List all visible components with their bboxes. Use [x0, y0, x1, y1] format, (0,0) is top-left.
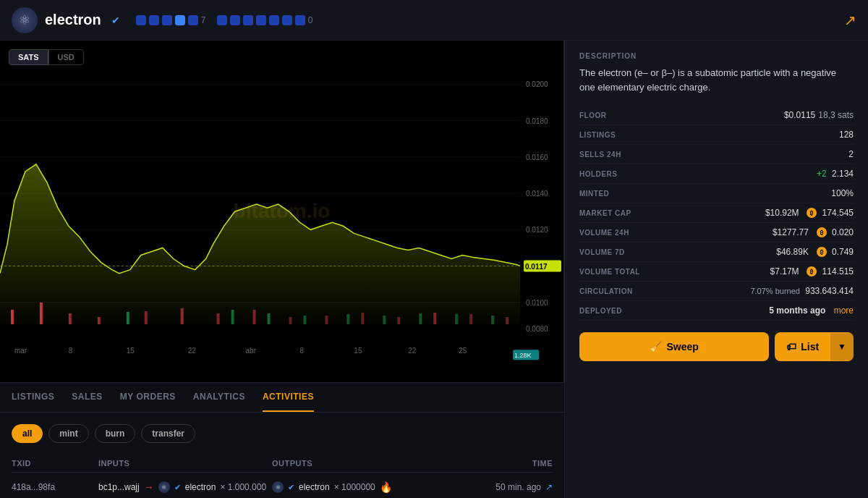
external-link-icon[interactable]: ↗	[545, 482, 553, 492]
svg-rect-30	[455, 314, 458, 324]
svg-text:22: 22	[188, 347, 197, 355]
svg-rect-23	[127, 312, 129, 324]
svg-rect-24	[231, 310, 234, 324]
stat-val-circulation: 7.07% burned 933.643.414	[750, 286, 854, 296]
list-icon: 🏷	[786, 341, 796, 353]
deployed-more-link[interactable]: more	[834, 305, 854, 316]
output-amount: × 1000000	[334, 482, 375, 492]
svg-text:0.0180: 0.0180	[526, 117, 548, 125]
svg-rect-13	[181, 308, 184, 324]
col-txid: TXID	[12, 459, 98, 468]
col-time: TIME	[451, 459, 553, 468]
svg-rect-10	[69, 313, 72, 324]
input-address[interactable]: bc1p...wajj	[98, 482, 140, 492]
txid-value[interactable]: 418a...98fa	[12, 482, 98, 492]
svg-rect-8	[11, 310, 14, 324]
tab-sales[interactable]: SALES	[72, 383, 103, 412]
stat-val-listings: 128	[839, 130, 854, 140]
toggle-usd[interactable]: USD	[48, 49, 84, 65]
filter-bar: all mint burn transfer	[12, 424, 553, 443]
verified-check-output: ✔	[288, 483, 294, 492]
tab-activities[interactable]: ACTIVITIES	[263, 383, 314, 412]
breadcrumb-num-1: 7	[201, 15, 206, 25]
app-logo: ⚛	[12, 7, 38, 33]
sweep-button[interactable]: 🧹 Sweep	[579, 332, 769, 361]
stat-val-marketcap: $10.92M ₿ 174.545	[765, 208, 854, 218]
list-button[interactable]: 🏷 List	[775, 332, 830, 361]
breadcrumb-dot-3	[162, 15, 172, 25]
stat-val-vol7d: $46.89K ₿ 0.749	[776, 247, 854, 257]
svg-rect-25	[268, 313, 271, 324]
input-token-icon: ⚛	[158, 481, 170, 493]
list-button-group: 🏷 List ▼	[775, 332, 854, 361]
arrow-icon: →	[144, 481, 154, 493]
stat-key-floor: FLOOR	[579, 111, 607, 119]
breadcrumb-dot-10	[269, 15, 279, 25]
svg-rect-21	[469, 314, 472, 324]
filter-burn[interactable]: burn	[95, 424, 136, 443]
breadcrumbs: 7 0	[136, 14, 313, 25]
sweep-label: Sweep	[666, 341, 698, 353]
stat-val-deployed: 5 months ago more	[769, 305, 854, 316]
time-cell: 50 min. ago ↗	[451, 482, 553, 492]
stat-key-voltotal: VOLUME TOTAL	[579, 268, 640, 276]
stat-listings: LISTINGS 128	[579, 125, 854, 145]
svg-rect-19	[397, 317, 400, 324]
filter-mint[interactable]: mint	[48, 424, 88, 443]
svg-text:0.0160: 0.0160	[526, 153, 548, 161]
filter-transfer[interactable]: transfer	[141, 424, 195, 443]
breadcrumb-dot-9	[256, 15, 266, 25]
svg-rect-12	[145, 311, 148, 324]
table-header: TXID INPUTS OUTPUTS TIME	[12, 455, 553, 473]
svg-text:1.28K: 1.28K	[514, 352, 531, 359]
breadcrumb-dot-5	[188, 15, 198, 25]
main-layout: SATS USD bitatom.io	[0, 41, 868, 498]
svg-text:8: 8	[69, 347, 73, 355]
tab-analytics[interactable]: ANALYTICS	[193, 383, 245, 412]
breadcrumb-dot-11	[282, 15, 292, 25]
col-inputs: INPUTS	[98, 459, 272, 468]
svg-text:0.0100: 0.0100	[526, 299, 548, 307]
inputs-cell: bc1p...wajj → ⚛ ✔ electron × 1.000.000	[98, 481, 272, 493]
stat-val-vol24h: $1277.77 ₿ 0.020	[773, 227, 854, 237]
svg-text:0.0120: 0.0120	[526, 226, 548, 234]
breadcrumb-dot-2	[149, 15, 159, 25]
svg-text:22: 22	[408, 347, 417, 355]
table-row: 418a...98fa bc1p...wajj → ⚛ ✔ electron ×…	[12, 473, 553, 498]
stat-key-vol7d: VOLUME 7D	[579, 248, 625, 256]
tab-listings[interactable]: LISTINGS	[12, 383, 54, 412]
activities-section: all mint burn transfer TXID INPUTS OUTPU…	[0, 413, 564, 498]
breadcrumb-dot-1	[136, 15, 146, 25]
chart-toggle: SATS USD	[9, 49, 84, 65]
filter-all[interactable]: all	[12, 424, 43, 443]
stat-voltotal: VOLUME TOTAL $7.17M ₿ 114.515	[579, 262, 854, 282]
svg-rect-31	[491, 316, 494, 324]
svg-text:0.0200: 0.0200	[526, 80, 548, 88]
output-token-name: electron	[299, 482, 330, 492]
svg-rect-15	[253, 310, 256, 324]
svg-rect-9	[40, 303, 43, 324]
svg-rect-26	[303, 316, 306, 324]
breadcrumb-dot-12	[295, 15, 305, 25]
svg-rect-29	[419, 313, 422, 324]
stat-vol7d: VOLUME 7D $46.89K ₿ 0.749	[579, 242, 854, 262]
verified-badge: ✔	[111, 14, 120, 26]
stat-key-sells: SELLS 24H	[579, 151, 621, 159]
col-outputs: OUTPUTS	[272, 459, 451, 468]
stat-val-minted: 100%	[831, 188, 854, 198]
description-text: The electron (e– or β–) is a subatomic p…	[579, 66, 854, 94]
stats-table: FLOOR $0.0115 18,3 sats LISTINGS 128 SEL…	[579, 106, 854, 321]
svg-text:15: 15	[354, 347, 362, 355]
list-chevron-button[interactable]: ▼	[830, 333, 854, 360]
breadcrumb-dot-4	[175, 15, 185, 25]
tab-my-orders[interactable]: MY ORDERS	[120, 383, 176, 412]
share-icon[interactable]: ↗	[844, 12, 856, 29]
svg-rect-28	[383, 316, 386, 324]
stat-sells: SELLS 24H 2	[579, 145, 854, 164]
svg-text:abr: abr	[246, 347, 257, 355]
svg-text:0.0080: 0.0080	[526, 325, 548, 333]
breadcrumb-dot-8	[243, 15, 253, 25]
toggle-sats[interactable]: SATS	[9, 49, 48, 65]
breadcrumb-dot-6	[217, 15, 227, 25]
stat-val-floor: $0.0115 18,3 sats	[784, 110, 854, 120]
